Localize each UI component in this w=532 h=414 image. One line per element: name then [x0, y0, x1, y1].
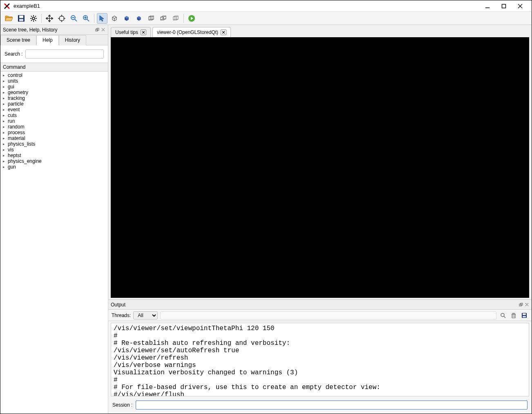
- svg-marker-22: [46, 17, 47, 20]
- perspective-icon[interactable]: [146, 13, 156, 24]
- tree-item-label: gun: [8, 164, 16, 170]
- chevron-right-icon: ▸: [3, 90, 8, 94]
- zoom-in-icon[interactable]: [81, 13, 92, 24]
- viewer-tab-label: Useful tips: [115, 29, 138, 35]
- session-row: Session :: [108, 398, 532, 414]
- svg-line-15: [35, 20, 36, 21]
- content: Useful tipsviewer-0 (OpenGLStoredQt) Out…: [108, 25, 532, 414]
- tree-item-label: random: [8, 124, 25, 130]
- svg-rect-74: [513, 313, 514, 314]
- svg-rect-8: [19, 19, 23, 21]
- tree-item-run[interactable]: ▸run: [0, 118, 108, 124]
- output-save-icon[interactable]: [520, 311, 528, 320]
- solid-icon[interactable]: [121, 13, 132, 24]
- chevron-right-icon: ▸: [3, 108, 8, 112]
- tree-item-control[interactable]: ▸control: [0, 72, 108, 78]
- zoom-out-icon[interactable]: [69, 13, 79, 24]
- tab-help[interactable]: Help: [36, 35, 59, 45]
- tree-item-particle[interactable]: ▸particle: [0, 101, 108, 107]
- tree-item-label: control: [8, 72, 22, 78]
- tree-item-tracking[interactable]: ▸tracking: [0, 95, 108, 101]
- command-header: Command: [0, 63, 108, 72]
- tab-scene-tree[interactable]: Scene tree: [0, 35, 36, 45]
- search-input[interactable]: [25, 50, 104, 59]
- tree-item-event[interactable]: ▸event: [0, 107, 108, 112]
- tree-item-label: physics_engine: [8, 158, 42, 164]
- chevron-right-icon: ▸: [3, 85, 8, 89]
- chevron-right-icon: ▸: [3, 113, 8, 117]
- tree-item-random[interactable]: ▸random: [0, 124, 108, 130]
- tree-item-gui[interactable]: ▸gui: [0, 84, 108, 90]
- session-input[interactable]: [136, 400, 528, 410]
- session-label: Session :: [112, 402, 132, 408]
- svg-line-69: [504, 316, 505, 318]
- svg-marker-20: [48, 15, 51, 16]
- output-filter-input[interactable]: [160, 311, 496, 320]
- sidebar-panel-title: Scene tree, Help, History: [3, 27, 57, 33]
- tree-item-physics_engine[interactable]: ▸physics_engine: [0, 158, 108, 164]
- tree-item-cuts[interactable]: ▸cuts: [0, 112, 108, 118]
- undock-icon[interactable]: [95, 27, 100, 32]
- tree-item-material[interactable]: ▸material: [0, 135, 108, 141]
- tree-item-label: run: [8, 118, 15, 124]
- close-button[interactable]: [512, 0, 528, 12]
- tab-history[interactable]: History: [59, 35, 86, 45]
- tree-item-units[interactable]: ▸units: [0, 78, 108, 84]
- wireframe-icon[interactable]: [109, 13, 120, 24]
- gear-icon[interactable]: [28, 13, 39, 24]
- close-panel-icon[interactable]: [101, 27, 105, 32]
- output-log[interactable]: /vis/viewer/set/viewpointThetaPhi 120 15…: [111, 323, 529, 396]
- output-clear-icon[interactable]: [510, 311, 518, 320]
- close-icon[interactable]: [221, 29, 226, 35]
- chevron-right-icon: ▸: [3, 119, 8, 123]
- output-undock-icon[interactable]: [519, 302, 523, 307]
- sidebar: Scene tree, Help, History Scene tree Hel…: [0, 25, 108, 414]
- run-icon[interactable]: [186, 13, 197, 24]
- tree-item-heptst[interactable]: ▸heptst: [0, 153, 108, 158]
- app-icon: [4, 3, 10, 9]
- output-search-icon[interactable]: [499, 311, 507, 320]
- tree-item-label: gui: [8, 84, 14, 90]
- hidden-line-icon[interactable]: [134, 13, 144, 24]
- open-icon[interactable]: [4, 13, 14, 24]
- viewer-canvas[interactable]: [111, 37, 529, 298]
- tree-item-process[interactable]: ▸process: [0, 130, 108, 135]
- svg-line-17: [31, 20, 32, 21]
- tree-item-physics_lists[interactable]: ▸physics_lists: [0, 141, 108, 147]
- ortho-icon[interactable]: [158, 13, 169, 24]
- cursor-mode-icon[interactable]: [97, 13, 107, 24]
- output-close-panel-icon[interactable]: [524, 302, 529, 307]
- tree-item-label: process: [8, 130, 25, 135]
- svg-marker-21: [48, 20, 51, 22]
- svg-line-16: [35, 16, 36, 17]
- tree-item-label: tracking: [8, 95, 25, 101]
- viewer-tab-label: viewer-0 (OpenGLStoredQt): [157, 29, 218, 35]
- chevron-right-icon: ▸: [3, 102, 8, 106]
- search-row: Search :: [0, 45, 108, 63]
- move-icon[interactable]: [44, 13, 55, 24]
- output-panel-title: Output: [111, 302, 125, 308]
- window-title: exampleB1: [13, 3, 479, 9]
- viewer-tab[interactable]: viewer-0 (OpenGLStoredQt): [152, 27, 231, 37]
- tree-item-label: heptst: [8, 153, 21, 158]
- output-panel-header: Output: [108, 300, 532, 310]
- svg-line-14: [31, 16, 32, 17]
- close-icon[interactable]: [141, 29, 146, 35]
- svg-rect-3: [502, 4, 506, 8]
- tree-item-label: physics_lists: [8, 141, 35, 147]
- tree-item-vis[interactable]: ▸vis: [0, 147, 108, 153]
- target-icon[interactable]: [56, 13, 67, 24]
- maximize-button[interactable]: [496, 0, 512, 12]
- svg-rect-76: [523, 313, 526, 315]
- minimize-button[interactable]: [479, 0, 496, 12]
- save-icon[interactable]: [16, 13, 27, 24]
- chevron-right-icon: ▸: [3, 130, 8, 135]
- threads-select[interactable]: All: [133, 311, 158, 320]
- tree-item-label: event: [8, 107, 20, 112]
- tree-item-gun[interactable]: ▸gun: [0, 164, 108, 170]
- svg-point-9: [32, 17, 35, 20]
- viewer-tab[interactable]: Useful tips: [111, 27, 151, 37]
- tree-item-geometry[interactable]: ▸geometry: [0, 90, 108, 95]
- projection-icon[interactable]: [170, 13, 181, 24]
- viewer-tabs: Useful tipsviewer-0 (OpenGLStoredQt): [108, 25, 532, 37]
